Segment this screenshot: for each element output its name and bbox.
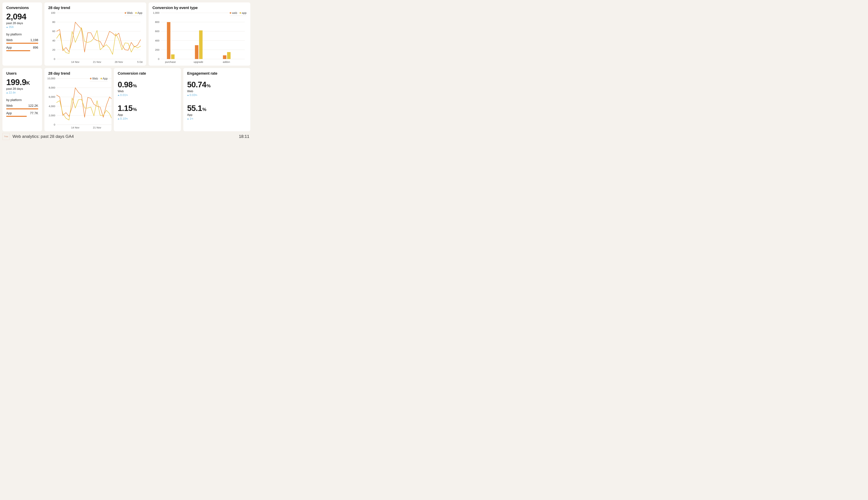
- users-card: Users 199.9K past 28 days 22.6K by platf…: [2, 68, 42, 131]
- conversion-rate-card: Conversion rate 0.98% Web 0.01% 1.15% Ap…: [114, 68, 181, 131]
- svg-text:0: 0: [54, 123, 55, 126]
- card-title: Conversion by event type: [152, 5, 247, 10]
- section-label: by platform: [6, 33, 38, 36]
- line-chart: 02,0004,0006,0008,00010,00014 Nov21 Nov2…: [48, 77, 112, 129]
- bar-chart: 02004006008001,000purchaseupgradeaddon: [152, 11, 247, 64]
- clock: 18:11: [239, 134, 249, 139]
- svg-text:5 Dec: 5 Dec: [137, 60, 143, 64]
- page-title: Web analytics: past 28 days GA4: [12, 134, 74, 139]
- svg-text:28 Nov: 28 Nov: [115, 60, 123, 64]
- engagement-rate-card: Engagement rate 50.74% Web 0.03% 55.1% A…: [183, 68, 250, 131]
- up-icon: [118, 95, 119, 96]
- svg-rect-35: [227, 52, 230, 59]
- bar-app: [6, 116, 27, 117]
- svg-text:addon: addon: [223, 60, 230, 64]
- svg-text:21 Nov: 21 Nov: [93, 126, 101, 129]
- svg-text:0: 0: [54, 57, 55, 60]
- conversions-value: 2,094: [6, 12, 38, 21]
- bar-web: [6, 108, 38, 109]
- svg-text:40: 40: [52, 39, 55, 42]
- svg-text:1,000: 1,000: [153, 11, 159, 14]
- svg-rect-29: [171, 54, 174, 59]
- rate-row: 55.1% App 1%: [187, 103, 247, 121]
- svg-rect-28: [167, 22, 170, 59]
- users-trend-card: 28 day trend Web App 02,0004,0006,0008,0…: [44, 68, 112, 131]
- svg-rect-32: [199, 30, 203, 59]
- card-title: Conversion rate: [118, 71, 177, 76]
- conversions-trend-card: 28 day trend Web App 02040608010014 Nov2…: [44, 2, 146, 66]
- section-label: by platform: [6, 98, 38, 102]
- rate-row: 1.15% App 0.10%: [118, 103, 177, 121]
- users-value: 199.9K: [6, 78, 38, 87]
- svg-rect-31: [195, 45, 198, 59]
- period-label: past 28 days: [6, 87, 38, 91]
- conversions-delta: 356: [6, 25, 38, 29]
- conversions-card: Conversions 2,094 past 28 days 356 by pl…: [2, 2, 42, 66]
- svg-text:6,000: 6,000: [49, 95, 55, 98]
- svg-text:60: 60: [52, 30, 55, 33]
- footer-bar: Triss Web analytics: past 28 days GA4 18…: [2, 131, 250, 142]
- card-title: 28 day trend: [48, 71, 107, 76]
- svg-text:0: 0: [158, 57, 159, 60]
- svg-text:400: 400: [155, 39, 159, 42]
- rate-row: 0.98% Web 0.01%: [118, 80, 177, 97]
- up-icon: [6, 92, 8, 93]
- card-title: 28 day trend: [48, 5, 142, 10]
- bar-app: [6, 50, 30, 51]
- period-label: past 28 days: [6, 22, 38, 25]
- svg-text:upgrade: upgrade: [194, 60, 203, 64]
- svg-text:600: 600: [155, 30, 159, 33]
- line-chart: 02040608010014 Nov21 Nov28 Nov5 Dec: [48, 11, 143, 64]
- svg-text:100: 100: [51, 11, 55, 14]
- svg-text:4,000: 4,000: [49, 105, 55, 107]
- users-delta: 22.6K: [6, 91, 38, 94]
- svg-text:14 Nov: 14 Nov: [71, 60, 80, 64]
- svg-rect-34: [223, 55, 226, 59]
- svg-text:14 Nov: 14 Nov: [71, 126, 80, 129]
- up-icon: [118, 118, 119, 120]
- svg-text:2,000: 2,000: [49, 114, 55, 117]
- svg-text:8,000: 8,000: [49, 86, 55, 89]
- svg-text:200: 200: [155, 48, 159, 51]
- card-title: Engagement rate: [187, 71, 247, 76]
- card-title: Conversions: [6, 5, 38, 10]
- rate-row: 50.74% Web 0.03%: [187, 80, 247, 97]
- brand-group: Triss Web analytics: past 28 days GA4: [2, 133, 74, 140]
- bar-web: [6, 43, 38, 44]
- svg-text:800: 800: [155, 21, 159, 23]
- platform-row: App77.7K: [6, 112, 38, 117]
- logo-icon: Triss: [2, 133, 10, 140]
- up-icon: [6, 26, 8, 28]
- platform-row: Web122.2K: [6, 104, 38, 109]
- up-icon: [187, 95, 189, 96]
- platform-row: Web1,198: [6, 38, 38, 44]
- platform-row: App896: [6, 46, 38, 51]
- svg-text:10,000: 10,000: [48, 77, 55, 80]
- svg-text:purchase: purchase: [165, 60, 176, 64]
- svg-text:20: 20: [52, 48, 55, 51]
- card-title: Users: [6, 71, 38, 76]
- svg-text:21 Nov: 21 Nov: [93, 60, 101, 64]
- up-icon: [187, 118, 189, 120]
- conversion-by-event-card: Conversion by event type web app 0200400…: [149, 2, 250, 66]
- svg-text:80: 80: [52, 21, 55, 23]
